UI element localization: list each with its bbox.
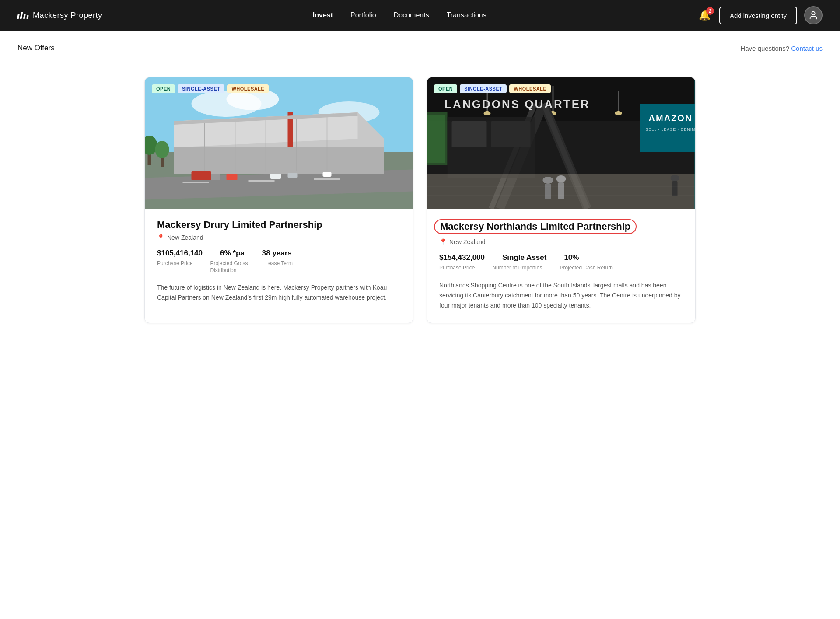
northlands-location: 📍 New Zealand [439,238,683,245]
svg-point-33 [484,111,491,115]
page-body: New Offers Have questions? Contact us [0,31,840,619]
drury-badge-open: OPEN [152,84,175,93]
svg-rect-36 [618,91,620,112]
svg-point-56 [671,175,679,181]
northlands-card-title: Mackersy Northlands Limited Partnership [439,219,683,234]
logo-stripes-icon [18,12,28,19]
nav-invest[interactable]: Invest [313,11,333,19]
logo-text: Mackersy Property [33,11,102,20]
northlands-badge-row: OPEN SINGLE-ASSET WHOLESALE [434,84,551,93]
location-pin-icon-2: 📍 [439,238,447,245]
notification-badge: 2 [706,7,714,15]
svg-rect-27 [270,174,281,179]
drury-description: The future of logistics in New Zealand i… [157,283,401,303]
svg-rect-57 [672,181,678,196]
logo: Mackersy Property [18,11,102,20]
svg-rect-26 [227,174,238,180]
nav-transactions[interactable]: Transactions [447,11,486,19]
svg-point-0 [812,12,815,15]
user-avatar-button[interactable] [804,6,822,24]
northlands-stat-label-0: Purchase Price [439,265,475,272]
northlands-location-text: New Zealand [449,238,486,245]
drury-location-text: New Zealand [167,234,203,241]
card-northlands[interactable]: LANGDONS QUARTER AMAZON SELL · LEASE · D… [427,77,696,323]
drury-stat-value-1: 6% *pa [220,249,245,258]
svg-rect-7 [183,182,209,183]
svg-point-52 [543,177,553,184]
drury-stat-label-1: Projected Gross Distribution [210,260,248,274]
svg-point-37 [615,111,622,115]
northlands-title-highlight: Mackersy Northlands Limited Partnership [434,219,637,234]
contact-prompt: Have questions? Contact us [740,45,822,52]
svg-rect-9 [314,178,340,180]
card-northlands-image: LANGDONS QUARTER AMAZON SELL · LEASE · D… [427,77,695,209]
svg-rect-25 [211,174,220,180]
add-investing-entity-button[interactable]: Add investing entity [719,7,797,24]
svg-rect-28 [288,173,298,178]
drury-stats-labels: Purchase Price Projected Gross Distribut… [157,260,401,274]
nav-portfolio[interactable]: Portfolio [350,11,376,19]
contact-us-link[interactable]: Contact us [791,45,822,52]
svg-rect-24 [192,171,211,180]
drury-badge-row: OPEN SINGLE-ASSET WHOLESALE [152,84,269,93]
navbar: Mackersy Property Invest Portfolio Docum… [0,0,840,31]
northlands-stat-label-2: Projected Cash Return [560,265,612,272]
location-pin-icon: 📍 [157,234,164,241]
svg-text:SELL · LEASE · DENIM: SELL · LEASE · DENIM [645,127,695,132]
svg-point-23 [155,141,169,158]
nav-actions: 🔔 2 Add investing entity [697,6,822,24]
northlands-badge-wholesale: WHOLESALE [509,84,551,93]
nav-links: Invest Portfolio Documents Transactions [313,11,486,19]
drury-stat-value-2: 38 years [262,249,292,258]
svg-text:AMAZON: AMAZON [649,113,693,123]
northlands-card-content: Mackersy Northlands Limited Partnership … [427,209,695,323]
drury-badge-wholesale: WHOLESALE [227,84,269,93]
section-header: New Offers Have questions? Contact us [18,31,822,59]
drury-badge-single-asset: SINGLE-ASSET [178,84,224,93]
northlands-stat-label-1: Number of Properties [492,265,542,272]
svg-rect-63 [695,77,696,209]
notifications-button[interactable]: 🔔 2 [697,8,712,23]
drury-card-title: Mackersy Drury Limited Partnership [157,219,401,231]
svg-rect-12 [174,147,384,174]
section-title: New Offers [18,44,55,52]
northlands-stat-value-0: $154,432,000 [439,253,485,262]
card-drury[interactable]: OPEN SINGLE-ASSET WHOLESALE Mackersy Dru… [144,77,413,323]
nav-documents[interactable]: Documents [394,11,429,19]
svg-rect-8 [248,180,275,182]
svg-rect-45 [452,121,487,147]
drury-location: 📍 New Zealand [157,234,401,241]
drury-stats-values: $105,416,140 6% *pa 38 years [157,249,401,258]
drury-stat-label-0: Purchase Price [157,260,192,274]
northlands-stat-value-2: 10% [564,253,579,262]
card-drury-image: OPEN SINGLE-ASSET WHOLESALE [145,77,413,209]
drury-stat-label-2: Lease Term [265,260,292,274]
northlands-stats-values: $154,432,000 Single Asset 10% [439,253,683,262]
northlands-badge-single-asset: SINGLE-ASSET [460,84,507,93]
svg-rect-46 [491,121,531,147]
cards-grid: OPEN SINGLE-ASSET WHOLESALE Mackersy Dru… [144,77,696,323]
drury-stat-value-0: $105,416,140 [157,249,203,258]
northlands-badge-open: OPEN [434,84,457,93]
svg-rect-29 [323,172,332,177]
northlands-stats-labels: Purchase Price Number of Properties Proj… [439,265,683,272]
northlands-stat-value-1: Single Asset [502,253,546,262]
svg-text:LANGDONS QUARTER: LANGDONS QUARTER [444,98,590,111]
northlands-description: Northlands Shopping Centre is one of the… [439,280,683,311]
svg-rect-43 [427,115,445,163]
drury-card-content: Mackersy Drury Limited Partnership 📍 New… [145,209,413,315]
svg-rect-53 [545,184,551,199]
